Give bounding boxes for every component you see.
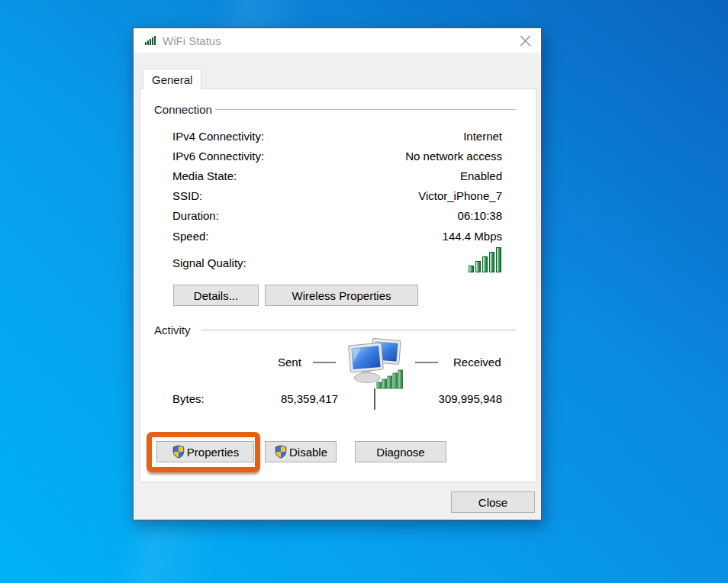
media-state-value: Enabled <box>460 169 502 182</box>
activity-section-divider <box>201 330 516 331</box>
duration-label: Duration: <box>172 209 219 222</box>
ipv6-label: IPv6 Connectivity: <box>172 150 264 163</box>
signal-quality-label: Signal Quality: <box>172 256 246 269</box>
signal-quality-icon <box>469 246 505 272</box>
sent-label: Sent <box>278 356 301 369</box>
bytes-label: Bytes: <box>172 392 205 405</box>
ipv4-value: Internet <box>463 130 502 143</box>
activity-section-label: Activity <box>154 324 191 337</box>
speed-label: Speed: <box>172 230 209 243</box>
wifi-status-icon <box>145 36 156 45</box>
properties-highlight-annotation <box>147 432 260 472</box>
disable-button-label: Disable <box>289 446 327 459</box>
ssid-label: SSID: <box>172 189 202 202</box>
connection-section-label: Connection <box>154 103 212 116</box>
duration-value: 06:10:38 <box>458 209 502 222</box>
media-state-label: Media State: <box>172 169 237 182</box>
received-connector-line <box>415 362 438 363</box>
window-title: WiFi Status <box>163 34 515 47</box>
details-button[interactable]: Details... <box>173 285 259 306</box>
close-button[interactable]: Close <box>451 491 535 513</box>
diagnose-button[interactable]: Diagnose <box>355 441 446 462</box>
network-activity-icon <box>346 338 404 390</box>
sent-bytes-value: 85,359,417 <box>281 392 338 405</box>
uac-shield-icon <box>274 445 288 459</box>
received-label: Received <box>453 356 501 369</box>
desktop: { "window": { "title": "WiFi Status" }, … <box>0 0 728 583</box>
disable-button[interactable]: Disable <box>265 441 337 462</box>
general-tab-page: Connection IPv4 Connectivity: Internet I… <box>140 89 536 482</box>
wifi-status-dialog: WiFi Status General Connection IPv4 Conn… <box>133 27 542 520</box>
received-bytes-value: 309,995,948 <box>439 392 502 405</box>
close-icon <box>520 35 531 47</box>
ipv4-label: IPv4 Connectivity: <box>172 130 264 143</box>
connection-section-divider <box>215 109 516 111</box>
bytes-separator-line <box>374 388 375 410</box>
tab-general[interactable]: General <box>143 69 201 89</box>
title-bar: WiFi Status <box>134 28 541 53</box>
wireless-properties-button[interactable]: Wireless Properties <box>265 285 418 306</box>
ssid-value: Victor_iPhone_7 <box>418 189 502 202</box>
ipv6-value: No network access <box>405 150 502 163</box>
speed-value: 144.4 Mbps <box>443 230 502 243</box>
close-window-button[interactable] <box>515 31 535 50</box>
sent-connector-line <box>313 362 336 363</box>
